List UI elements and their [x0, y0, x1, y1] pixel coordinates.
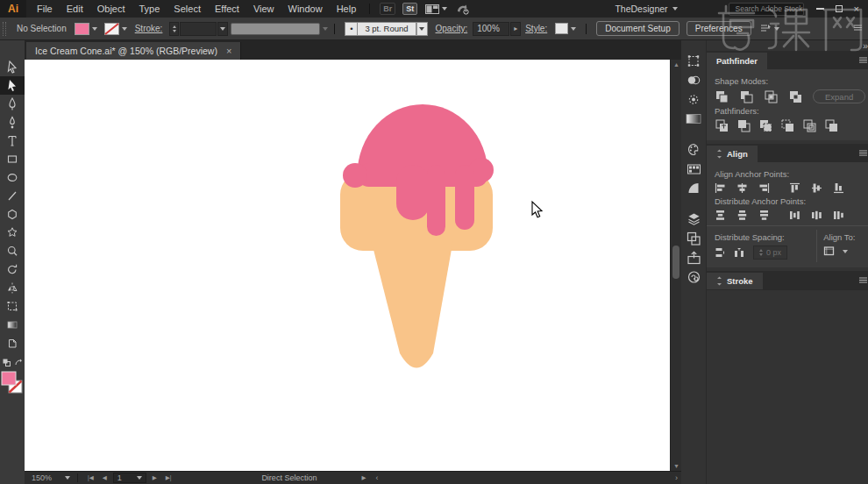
scroll-up-icon[interactable]: ▲	[671, 61, 682, 68]
align-left-icon[interactable]	[715, 182, 726, 194]
canvas[interactable]	[25, 60, 670, 471]
fill-color-dropdown[interactable]	[75, 23, 97, 35]
align-menu-icon[interactable]	[859, 150, 867, 156]
brushes-panel-icon[interactable]	[684, 182, 703, 195]
vertical-scrollbar[interactable]: ▲ ▼	[670, 60, 681, 471]
ellipse-tool[interactable]	[0, 168, 25, 187]
zoom-tool[interactable]	[0, 242, 25, 260]
distribute-left-icon[interactable]	[789, 210, 800, 221]
vertical-scroll-thumb[interactable]	[672, 246, 679, 279]
swap-fill-stroke-icon[interactable]	[14, 359, 22, 367]
stroke-weight-label[interactable]: Stroke:	[135, 24, 163, 33]
align-bottom-icon[interactable]	[833, 182, 844, 194]
collapse-panels-icon[interactable]: »	[863, 40, 868, 51]
fill-swatch[interactable]	[2, 372, 16, 385]
divide-icon[interactable]	[715, 119, 729, 132]
pathfinder-menu-icon[interactable]	[859, 57, 867, 63]
menu-help[interactable]: Help	[330, 4, 364, 14]
gradient-panel-icon[interactable]	[684, 112, 703, 125]
minimize-button[interactable]	[816, 8, 824, 10]
scroll-down-icon[interactable]: ▼	[671, 463, 682, 469]
menu-window[interactable]: Window	[281, 4, 330, 14]
curvature-tool[interactable]	[0, 113, 25, 132]
preferences-button[interactable]: Preferences	[687, 21, 751, 36]
stroke-color-dropdown[interactable]	[104, 23, 127, 35]
artboard-number-dropdown[interactable]: 1	[113, 473, 146, 483]
previous-artboard-button[interactable]: ◀	[100, 474, 110, 481]
align-options-dropdown[interactable]	[759, 24, 779, 34]
exclude-icon[interactable]	[788, 90, 802, 103]
bridge-button[interactable]: Br	[380, 3, 395, 15]
menu-object[interactable]: Object	[90, 4, 132, 14]
distribute-center-horizontal-icon[interactable]	[811, 210, 822, 221]
free-transform-tool[interactable]	[0, 334, 25, 352]
style-label[interactable]: Style:	[525, 24, 547, 33]
unite-icon[interactable]	[715, 90, 729, 103]
distribute-center-vertical-icon[interactable]	[736, 210, 748, 221]
stroke-weight-stepper[interactable]	[169, 22, 179, 36]
stroke-menu-icon[interactable]	[859, 277, 867, 283]
symbols-panel-icon[interactable]	[684, 93, 703, 106]
opacity-slider-button[interactable]: ▸	[510, 22, 521, 36]
tab-close-icon[interactable]: ×	[226, 46, 231, 56]
stock-button[interactable]: St	[402, 3, 417, 15]
align-top-icon[interactable]	[789, 182, 800, 194]
creative-cloud-icon[interactable]	[684, 270, 703, 283]
menu-select[interactable]: Select	[167, 4, 208, 14]
swatches-panel-icon[interactable]	[684, 162, 703, 175]
line-segment-tool[interactable]	[0, 187, 25, 205]
artboard-tool[interactable]	[0, 297, 25, 316]
align-to-artboard-dropdown[interactable]	[823, 246, 835, 257]
brush-definition-dropdown[interactable]: • 3 pt. Round	[345, 22, 427, 36]
workspace-selector[interactable]: TheDesigner	[615, 4, 677, 14]
distribute-bottom-icon[interactable]	[758, 210, 770, 221]
reflect-tool[interactable]	[0, 279, 25, 297]
zoom-dropdown-icon[interactable]	[65, 476, 70, 480]
document-setup-button[interactable]: Document Setup	[596, 21, 679, 36]
document-tab[interactable]: Ice Cream Cone.ai* @ 150% (RGB/Preview) …	[26, 42, 241, 60]
rotate-tool[interactable]	[0, 260, 25, 279]
tab-align[interactable]: Align	[707, 146, 758, 162]
menu-effect[interactable]: Effect	[208, 4, 246, 14]
share-icon[interactable]	[456, 4, 470, 15]
align-middle-vertical-icon[interactable]	[811, 182, 822, 194]
transform-panel-icon[interactable]	[684, 54, 703, 68]
artboards-panel-icon[interactable]	[684, 231, 703, 245]
default-fill-stroke-icon[interactable]	[3, 359, 11, 367]
next-artboard-button[interactable]: ▶	[150, 474, 160, 481]
crop-icon[interactable]	[780, 119, 794, 132]
menu-file[interactable]: File	[30, 4, 60, 14]
close-button[interactable]: ×	[854, 4, 859, 13]
trim-icon[interactable]	[736, 119, 751, 132]
adobe-stock-search[interactable]: Search Adobe Stock	[729, 3, 804, 16]
tab-pathfinder[interactable]: Pathfinder	[707, 53, 767, 69]
hscroll-right-icon[interactable]: ›	[672, 473, 681, 482]
distribute-top-icon[interactable]	[715, 210, 726, 221]
minus-back-icon[interactable]	[824, 119, 838, 132]
last-artboard-button[interactable]: ▶|	[163, 474, 174, 481]
control-bar-grip[interactable]	[3, 22, 6, 36]
control-panel-menu-icon[interactable]	[854, 25, 862, 31]
merge-icon[interactable]	[758, 119, 772, 132]
style-dropdown[interactable]	[555, 23, 576, 34]
outline-icon[interactable]	[802, 119, 816, 132]
polygon-tool[interactable]	[0, 205, 25, 224]
direct-selection-tool[interactable]	[0, 76, 25, 95]
zoom-level[interactable]: 150%	[32, 473, 61, 482]
status-options-icon[interactable]: ▶	[359, 474, 368, 481]
hscroll-left-icon[interactable]: ‹	[372, 473, 381, 482]
menu-view[interactable]: View	[246, 4, 281, 14]
menu-edit[interactable]: Edit	[60, 4, 90, 14]
menu-type[interactable]: Type	[132, 4, 167, 14]
opacity-label[interactable]: Opacity:	[436, 24, 468, 33]
layers-panel-icon[interactable]	[684, 212, 703, 225]
first-artboard-button[interactable]: |◀	[85, 474, 96, 481]
tab-stroke[interactable]: Stroke	[707, 273, 763, 289]
type-tool[interactable]	[0, 132, 25, 150]
pen-tool[interactable]	[0, 95, 25, 113]
rectangle-tool[interactable]	[0, 150, 25, 168]
workspace-switcher[interactable]	[425, 4, 447, 14]
intersect-icon[interactable]	[764, 90, 778, 103]
color-panel-icon[interactable]	[684, 143, 703, 156]
gradient-tool[interactable]	[0, 316, 25, 334]
